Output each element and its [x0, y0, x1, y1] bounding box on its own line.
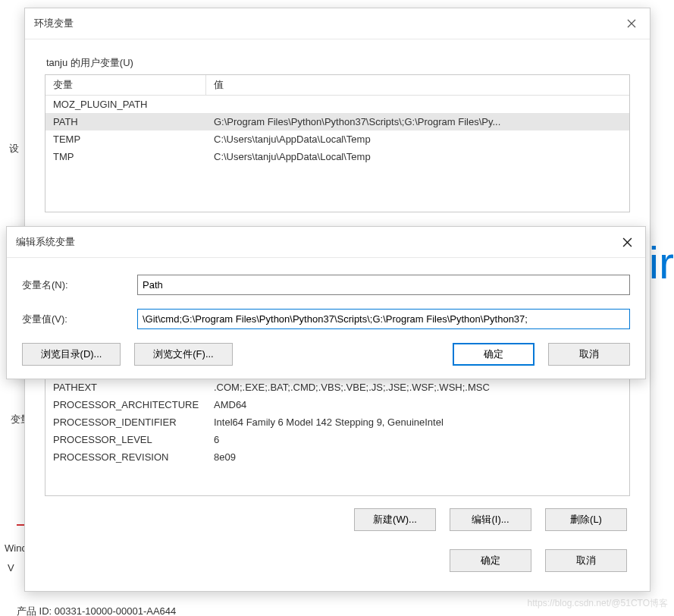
- product-id: 产品 ID: 00331-10000-00001-AA644: [17, 605, 176, 616]
- table-row[interactable]: PROCESSOR_REVISION8e09: [45, 448, 629, 466]
- new-button[interactable]: 新建(W)...: [354, 508, 436, 531]
- system-vars-list[interactable]: PATHEXT.COM;.EXE;.BAT;.CMD;.VBS;.VBE;.JS…: [45, 378, 630, 496]
- var-value-cell: AMD64: [206, 396, 629, 413]
- var-name-cell: PROCESSOR_ARCHITECTURE: [45, 396, 206, 413]
- table-row[interactable]: PROCESSOR_LEVEL6: [45, 431, 629, 448]
- var-name-cell: TMP: [45, 148, 206, 165]
- edit-titlebar[interactable]: 编辑系统变量: [7, 227, 645, 258]
- var-value-cell: 6: [206, 431, 629, 448]
- var-value-cell: .COM;.EXE;.BAT;.CMD;.VBS;.VBE;.JS;.JSE;.…: [206, 379, 629, 396]
- table-row[interactable]: TMPC:\Users\tanju\AppData\Local\Temp: [45, 148, 629, 165]
- ok-button[interactable]: 确定: [453, 343, 534, 366]
- user-vars-list[interactable]: 变量 值 MOZ_PLUGIN_PATHPATHG:\Program Files…: [45, 74, 630, 212]
- var-name-cell: PROCESSOR_IDENTIFIER: [45, 413, 206, 431]
- var-name-cell: PATHEXT: [45, 379, 206, 396]
- var-value-cell: C:\Users\tanju\AppData\Local\Temp: [206, 148, 629, 165]
- close-icon[interactable]: [616, 14, 647, 33]
- close-icon[interactable]: [612, 233, 642, 251]
- table-row[interactable]: MOZ_PLUGIN_PATH: [45, 96, 629, 113]
- var-value-cell: G:\Program Files\Python\Python37\Scripts…: [206, 113, 629, 130]
- var-value-cell: [206, 96, 629, 113]
- edit-title: 编辑系统变量: [16, 235, 75, 249]
- var-name-label: 变量名(N):: [22, 278, 137, 292]
- edit-system-variable-dialog: 编辑系统变量 变量名(N): 变量值(V): 浏览目录(D)... 浏览文件(F…: [6, 226, 646, 379]
- var-value-input[interactable]: [137, 309, 630, 329]
- table-row[interactable]: PROCESSOR_IDENTIFIERIntel64 Family 6 Mod…: [45, 413, 629, 431]
- var-value-cell: C:\Users\tanju\AppData\Local\Temp: [206, 130, 629, 148]
- settings-fragment: 设: [9, 142, 19, 156]
- env-titlebar[interactable]: 环境变量: [25, 8, 650, 39]
- col-header-value[interactable]: 值: [206, 75, 629, 95]
- browse-directory-button[interactable]: 浏览目录(D)...: [22, 343, 121, 366]
- list-header: 变量 值: [45, 75, 629, 96]
- cancel-button[interactable]: 取消: [545, 549, 627, 572]
- col-header-name[interactable]: 变量: [45, 75, 206, 95]
- var-name-cell: PROCESSOR_REVISION: [45, 448, 206, 466]
- var-name-cell: PROCESSOR_LEVEL: [45, 431, 206, 448]
- var-value-label: 变量值(V):: [22, 313, 137, 326]
- var-name-input[interactable]: [137, 275, 630, 295]
- delete-button[interactable]: 删除(L): [545, 508, 627, 531]
- windows-text-fragment: Winc: [5, 542, 27, 554]
- browse-file-button[interactable]: 浏览文件(F)...: [134, 343, 233, 366]
- table-row[interactable]: PROCESSOR_ARCHITECTUREAMD64: [45, 396, 629, 413]
- cancel-button[interactable]: 取消: [548, 343, 630, 366]
- table-row[interactable]: TEMPC:\Users\tanju\AppData\Local\Temp: [45, 130, 629, 148]
- env-dialog-buttons: 确定 取消: [45, 549, 627, 572]
- var-value-cell: Intel64 Family 6 Model 142 Stepping 9, G…: [206, 413, 629, 431]
- edit-button[interactable]: 编辑(I)...: [450, 508, 531, 531]
- table-row[interactable]: PATHG:\Program Files\Python\Python37\Scr…: [45, 113, 629, 130]
- user-vars-label: tanju 的用户变量(U): [46, 56, 630, 70]
- var-name-cell: PATH: [45, 113, 206, 130]
- windows-text-fragment-2: V: [8, 562, 14, 574]
- var-name-cell: TEMP: [45, 130, 206, 148]
- var-name-cell: MOZ_PLUGIN_PATH: [45, 96, 206, 113]
- watermark: https://blog.csdn.net/@51CTO博客: [528, 597, 668, 610]
- system-vars-buttons: 新建(W)... 编辑(I)... 删除(L): [45, 508, 627, 531]
- ok-button[interactable]: 确定: [450, 549, 531, 572]
- table-row[interactable]: PATHEXT.COM;.EXE;.BAT;.CMD;.VBS;.VBE;.JS…: [45, 379, 629, 396]
- env-title: 环境变量: [34, 17, 74, 30]
- var-value-cell: 8e09: [206, 448, 629, 466]
